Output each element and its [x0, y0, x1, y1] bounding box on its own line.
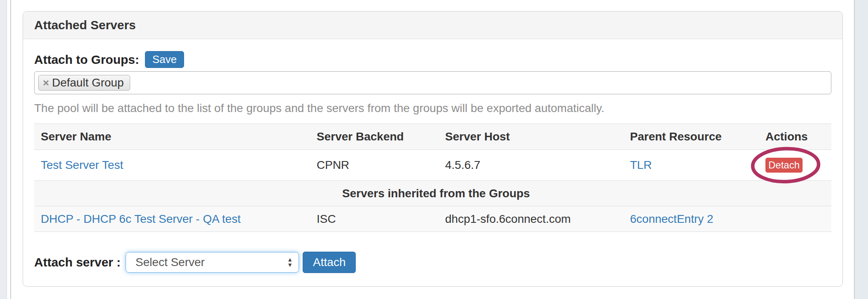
server-host-value: dhcp1-sfo.6connect.com [439, 206, 623, 232]
inherited-servers-section-label: Servers inherited from the Groups [34, 181, 831, 206]
panel-title: Attached Servers [34, 18, 136, 32]
group-tag: × Default Group [38, 75, 130, 91]
servers-table: Server Name Server Backend Server Host P… [34, 124, 831, 232]
page-left-margin [0, 0, 7, 299]
table-row: DHCP - DHCP 6c Test Server - QA test ISC… [34, 206, 831, 232]
groups-tag-input[interactable]: × Default Group [34, 71, 831, 94]
attach-to-groups-label: Attach to Groups: [34, 53, 139, 67]
page-right-margin [855, 0, 868, 299]
page: Attached Servers Attach to Groups: Save … [0, 0, 868, 299]
groups-help-text: The pool will be attached to the list of… [34, 102, 831, 115]
select-arrows-icon: ▲▼ [287, 257, 293, 268]
table-row: Test Server Test CPNR 4.5.6.7 TLR Detach [34, 150, 831, 181]
remove-tag-icon[interactable]: × [43, 77, 49, 88]
table-header-row: Server Name Server Backend Server Host P… [34, 124, 831, 150]
attach-to-groups-row: Attach to Groups: Save [34, 51, 831, 68]
actions-cell-empty [759, 206, 831, 232]
parent-resource-link[interactable]: TLR [630, 159, 652, 171]
server-name-link[interactable]: Test Server Test [41, 159, 123, 171]
server-backend-value: ISC [310, 206, 439, 232]
group-tag-label: Default Group [52, 76, 124, 89]
inherited-servers-section-row: Servers inherited from the Groups [34, 181, 831, 206]
server-backend-value: CPNR [310, 150, 439, 181]
column-header-server-name: Server Name [34, 124, 310, 150]
parent-resource-link[interactable]: 6connectEntry 2 [630, 213, 713, 225]
attach-server-form: Attach server : Select Server ▲▼ Attach [34, 252, 831, 273]
column-header-server-backend: Server Backend [310, 124, 439, 150]
panel-body: Attach to Groups: Save × Default Group T… [23, 51, 842, 273]
attach-server-label: Attach server : [34, 255, 121, 269]
actions-cell: Detach [759, 150, 831, 181]
server-select[interactable]: Select Server ▲▼ [126, 252, 299, 273]
server-select-value: Select Server [135, 256, 287, 269]
detach-button[interactable]: Detach [765, 158, 803, 173]
save-button[interactable]: Save [145, 51, 184, 68]
column-header-parent-resource: Parent Resource [623, 124, 759, 150]
panel-header: Attached Servers [23, 12, 842, 39]
attach-button[interactable]: Attach [303, 252, 356, 273]
column-header-server-host: Server Host [439, 124, 623, 150]
attached-servers-panel: Attached Servers Attach to Groups: Save … [23, 11, 843, 287]
column-header-actions: Actions [759, 124, 831, 150]
server-host-value: 4.5.6.7 [439, 150, 623, 181]
left-divider [10, 0, 11, 299]
server-name-link[interactable]: DHCP - DHCP 6c Test Server - QA test [41, 213, 240, 225]
